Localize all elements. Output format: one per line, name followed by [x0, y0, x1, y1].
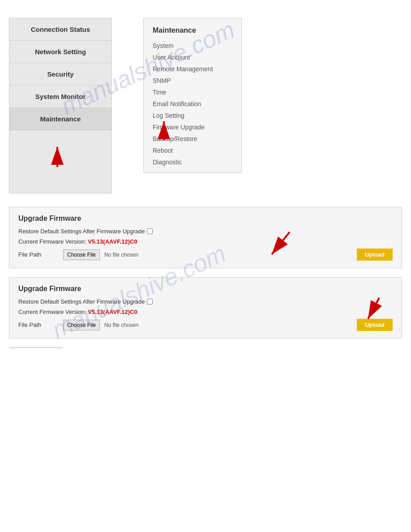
menu-item-system[interactable]: System	[144, 40, 241, 51]
menu-item-time[interactable]: Time	[144, 86, 241, 98]
restore-checkbox-1[interactable]	[147, 228, 153, 234]
menu-item-email-notification[interactable]: Email Notification	[144, 98, 241, 110]
nav-item-maintenance[interactable]: Maintenance	[9, 108, 111, 130]
upload-btn-1[interactable]: Upload	[357, 249, 393, 261]
menu-item-snmp[interactable]: SNMP	[144, 75, 241, 86]
menu-item-backup-restore[interactable]: Backup/Restore	[144, 133, 241, 145]
current-version-label-2: Current Firmware Version: V5.13(AAVF.12)…	[18, 309, 144, 315]
file-path-label-2: File Path	[18, 322, 63, 328]
nav-item-connection-status[interactable]: Connection Status	[9, 18, 111, 41]
nav-item-network-setting[interactable]: Network Setting	[9, 41, 111, 63]
maintenance-dropdown: Maintenance System User Account Remote M…	[143, 18, 242, 173]
no-file-text-1: No file chosen	[104, 252, 138, 258]
file-path-label-1: File Path	[18, 251, 63, 258]
upload-btn-2[interactable]: Upload	[357, 319, 393, 331]
firmware-section-1: Upgrade Firmware Restore Default Setting…	[9, 207, 402, 268]
menu-item-remote-management[interactable]: Remote Management	[144, 63, 241, 75]
restore-checkbox-2[interactable]	[147, 299, 153, 305]
version-number-2: V5.13(AAVF.12)C0	[88, 309, 137, 315]
menu-item-reboot[interactable]: Reboot	[144, 145, 241, 156]
current-version-label-1: Current Firmware Version: V5.13(AAVF.12)…	[18, 238, 144, 245]
firmware-section-2-title: Upgrade Firmware	[18, 285, 393, 293]
version-number-1: V5.13(AAVF.12)C0	[88, 238, 137, 245]
choose-file-btn-2[interactable]: Choose File	[63, 320, 100, 330]
firmware-section-1-title: Upgrade Firmware	[18, 215, 393, 223]
menu-item-firmware-upgrade[interactable]: Firmware Upgrade	[144, 121, 241, 133]
restore-label-1: Restore Default Settings After Firmware …	[18, 228, 145, 235]
left-nav: Connection Status Network Setting Securi…	[9, 18, 112, 193]
choose-file-btn-1[interactable]: Choose File	[63, 249, 100, 260]
restore-label-2: Restore Default Settings After Firmware …	[18, 298, 145, 305]
no-file-text-2: No file chosen	[104, 322, 138, 328]
maintenance-panel-title: Maintenance	[144, 23, 241, 40]
firmware-section-2: Upgrade Firmware Restore Default Setting…	[9, 277, 402, 339]
nav-item-security[interactable]: Security	[9, 63, 111, 86]
menu-item-diagnostic[interactable]: Diagnostic	[144, 156, 241, 168]
nav-item-system-monitor[interactable]: System Monitor	[9, 86, 111, 108]
menu-item-user-account[interactable]: User Account	[144, 51, 241, 63]
menu-item-log-setting[interactable]: Log Setting	[144, 110, 241, 121]
bottom-divider	[9, 348, 63, 348]
